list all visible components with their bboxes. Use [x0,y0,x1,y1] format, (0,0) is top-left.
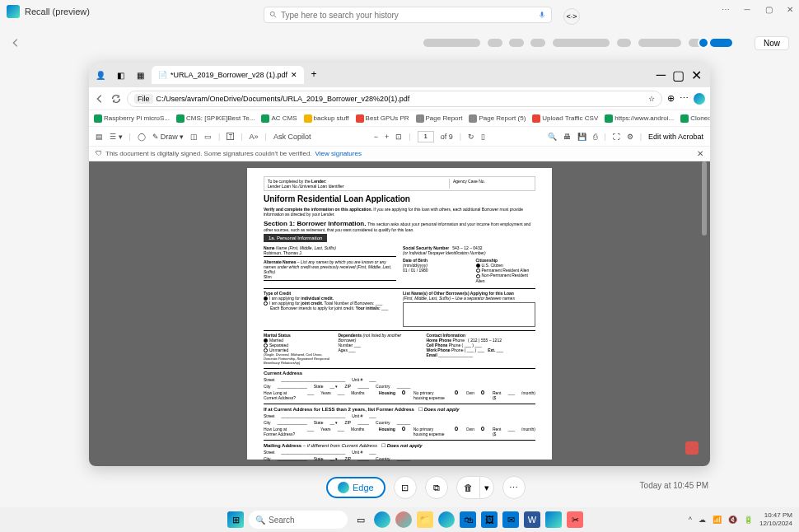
signature-message: This document is digitally signed. Some … [105,150,312,157]
recall-search-bar[interactable] [264,7,552,23]
workspaces-icon[interactable]: ◧ [112,67,128,83]
bookmark-item[interactable]: Page Report (5) [469,114,526,123]
pdf-viewport[interactable]: To be completed by the Lender:Lender Loa… [89,161,710,466]
svg-line-1 [274,16,277,18]
view-signatures-link[interactable]: View signatures [315,150,362,157]
delete-dropdown[interactable]: ▾ [479,476,494,499]
taskbar-clock[interactable]: 10:47 PM 12/10/2024 [759,511,792,527]
mic-icon[interactable] [538,11,546,19]
word-icon[interactable]: W [524,511,540,528]
browser-window: 👤 ◧ ▦ 📄 *URLA_2019_Borrower_v28 (1).pdf … [89,63,710,466]
save-badge-icon[interactable] [685,441,699,455]
maximize-button[interactable]: ▢ [763,3,774,15]
signature-close-icon[interactable]: ✕ [697,149,703,158]
more-button[interactable]: ⋯ [720,3,731,15]
delete-button[interactable]: 🗑 [456,476,479,499]
read-aloud-icon[interactable]: A» [250,133,259,141]
outlook-icon[interactable]: ✉ [502,511,519,528]
tab-actions-icon[interactable]: ▦ [132,67,148,83]
browser-minimize[interactable]: ─ [656,68,666,83]
recall-taskbar-icon[interactable] [545,511,562,528]
recall-search-input[interactable] [281,11,535,20]
zoom-out-icon[interactable]: − [374,133,378,141]
onedrive-icon[interactable]: ☁ [699,516,706,524]
bookmark-item[interactable]: AC CMS [261,114,297,123]
draw-button[interactable]: ✎ Draw ▾ [152,133,184,141]
alt-names-field: Slim [264,274,396,281]
back-arrow-icon[interactable] [10,37,21,49]
snip-icon[interactable]: ✂ [567,511,583,528]
draw-color-icon[interactable]: ◯ [138,133,146,141]
edit-acrobat-button[interactable]: Edit with Acrobat [648,133,703,141]
bookmark-item[interactable]: Best GPUs PR [356,114,409,123]
fit-icon[interactable]: ⊡ [395,133,402,141]
page-input[interactable] [418,131,434,142]
wifi-icon[interactable]: 📶 [713,516,722,524]
bookmark-item[interactable]: Raspberry Pi microS... [94,114,170,123]
ask-copilot-button[interactable]: Ask Copilot [273,133,311,141]
copilot-icon[interactable] [694,93,705,105]
explorer-icon[interactable]: 📁 [417,511,433,528]
refresh-icon[interactable] [110,93,122,105]
copilot-taskbar-icon[interactable] [395,511,412,528]
edge2-icon[interactable] [438,511,455,528]
zoom-in-icon[interactable]: + [385,133,389,141]
fullscreen-icon[interactable]: ⛶ [613,133,620,141]
pdf-header-left: To be completed by the Lender:Lender Loa… [268,179,449,189]
pdf-page: To be completed by the Lender:Lender Loa… [247,168,552,460]
erase-icon[interactable]: ◫ [190,133,198,141]
menu-icon[interactable]: ⋯ [680,93,689,104]
save-icon[interactable]: 💾 [577,133,586,141]
other-borrowers-box [403,302,535,327]
highlight-icon[interactable]: ▭ [204,133,212,141]
task-view-icon[interactable]: ▭ [353,511,369,528]
tray-chevron-icon[interactable]: ^ [689,516,692,524]
browser-maximize[interactable]: ▢ [672,68,685,83]
bookmark-item[interactable]: backup stuff [304,114,349,123]
edge-taskbar-icon[interactable] [374,511,390,528]
open-edge-button[interactable]: Edge [326,477,385,498]
bookmark-item[interactable]: https://www.androi... [605,114,674,123]
taskbar-search[interactable]: 🔍 Search [249,511,348,529]
volume-icon[interactable]: 🔇 [728,516,737,524]
more-actions-button[interactable]: ⋯ [502,476,526,499]
pdf-scrollbar[interactable] [702,161,708,466]
tab-close-icon[interactable]: ✕ [291,71,297,79]
profile-icon[interactable]: 👤 [92,67,109,83]
bookmarks-bar: Raspberry Pi microS...CMS: [SPIKE]Best T… [89,110,710,127]
minimize-button[interactable]: ─ [741,3,753,15]
address-bar[interactable]: File C:/Users/avram/OneDrive/Documents/U… [127,91,662,107]
save-as-icon[interactable]: ⎙ [593,133,597,141]
favorite-icon[interactable]: ☆ [648,95,655,103]
browser-close[interactable]: ✕ [691,68,702,83]
photos-icon[interactable]: 🖼 [481,511,498,528]
rotate-icon[interactable]: ↻ [468,133,474,141]
screenshot-button[interactable]: ⊡ [394,476,417,499]
contents-icon[interactable]: ☰ ▾ [110,133,123,141]
print-icon[interactable]: 🖶 [563,133,571,141]
settings-icon[interactable]: ⚙ [627,133,633,141]
store-icon[interactable]: 🛍 [460,511,476,528]
timeline-playhead[interactable] [698,37,709,49]
bookmark-item[interactable]: Upload Traffic CSV [532,114,598,123]
find-icon[interactable]: 🔍 [548,133,557,141]
browser-tab[interactable]: 📄 *URLA_2019_Borrower_v28 (1).pdf ✕ [152,66,304,84]
timeline-bar[interactable] [28,41,746,44]
search-icon: 🔍 [255,516,265,525]
code-bracket-button[interactable]: <·> [563,8,580,25]
bookmark-item[interactable]: Page Report [416,114,463,123]
back-nav-icon[interactable] [94,93,105,105]
pdf-header-right: Agency Case No. [449,179,531,189]
page-view-icon[interactable]: ▯ [481,133,485,141]
new-tab-button[interactable]: + [307,68,320,82]
sidebar-toggle-icon[interactable]: ▤ [96,133,103,141]
text-icon[interactable]: 🅃 [227,133,234,141]
bookmark-item[interactable]: Cloned AOP articles [680,114,710,123]
bookmark-item[interactable]: CMS: [SPIKE]Best Te... [176,114,255,123]
copy-button[interactable]: ⧉ [425,476,448,499]
battery-icon[interactable]: 🔋 [744,516,753,524]
extensions-icon[interactable]: ⊕ [667,93,675,104]
close-button[interactable]: ✕ [784,3,796,15]
start-button[interactable]: ⊞ [227,511,244,528]
now-button[interactable]: Now [755,36,789,50]
